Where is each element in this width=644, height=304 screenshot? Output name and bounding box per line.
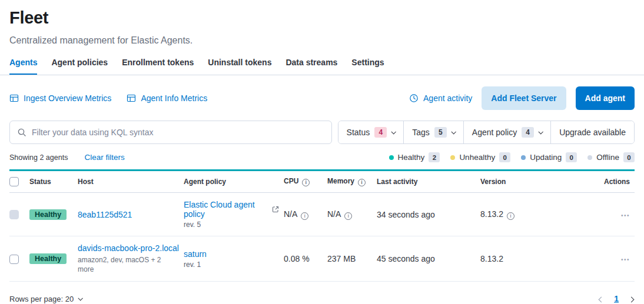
pagination: 1	[598, 293, 635, 304]
toolbar: Ingest Overview Metrics Agent Info Metri…	[0, 75, 644, 121]
chevron-down-icon	[78, 296, 83, 300]
info-icon[interactable]	[301, 212, 308, 220]
row-checkbox[interactable]	[9, 210, 19, 219]
healthy-dot-icon	[389, 155, 394, 160]
legend-updating[interactable]: Updating 0	[521, 152, 577, 162]
legend-healthy-count: 2	[429, 152, 440, 162]
host-tags: amazon2, dev, macOS + 2 more	[78, 255, 179, 274]
select-all-checkbox[interactable]	[9, 177, 19, 186]
controls-row: Status 4 Tags 5 Agent policy 4 Upgrade a…	[0, 121, 644, 144]
ingest-overview-metrics-link[interactable]: Ingest Overview Metrics	[9, 93, 111, 103]
tab-enrollment-tokens[interactable]: Enrollment tokens	[122, 52, 194, 75]
legend-updating-count: 0	[566, 152, 577, 162]
legend-offline-count: 0	[623, 152, 635, 162]
popout-icon	[272, 206, 279, 213]
chevron-down-icon	[451, 129, 456, 134]
summary-row: Showing 2 agents Clear filters Healthy 2…	[0, 144, 644, 169]
table-header-row: Status Host Agent policy CPU Memory Last…	[9, 171, 635, 193]
last-activity-value: 34 seconds ago	[377, 203, 480, 226]
table-row: Healthy davids-macbook-pro-2.local amazo…	[9, 236, 635, 282]
offline-dot-icon	[587, 155, 592, 160]
add-agent-button[interactable]: Add agent	[576, 86, 635, 110]
status-badge: Healthy	[29, 253, 67, 264]
col-version: Version	[480, 172, 569, 192]
ingest-overview-metrics-label: Ingest Overview Metrics	[24, 93, 111, 103]
tab-bar: Agents Agent policies Enrollment tokens …	[9, 52, 635, 75]
filter-tags-button[interactable]: Tags 5	[403, 121, 463, 143]
page-subtitle: Centralized management for Elastic Agent…	[9, 35, 635, 46]
showing-count: Showing 2 agents	[9, 153, 68, 162]
col-memory: Memory	[327, 171, 377, 192]
version-value: 8.13.2	[480, 247, 569, 270]
agent-activity-label: Agent activity	[423, 93, 472, 103]
row-actions-button[interactable]	[621, 256, 630, 263]
agent-activity-link[interactable]: Agent activity	[409, 93, 472, 103]
pagination-page-1[interactable]: 1	[614, 294, 619, 303]
agent-policy-link[interactable]: saturn	[184, 249, 207, 259]
agent-info-metrics-label: Agent Info Metrics	[141, 93, 207, 103]
legend-unhealthy-label: Unhealthy	[459, 153, 495, 162]
tab-agents[interactable]: Agents	[9, 52, 37, 75]
row-actions-button[interactable]	[621, 212, 630, 219]
policy-revision: rev. 5	[184, 221, 279, 229]
info-icon[interactable]	[302, 179, 310, 186]
agent-policy-link[interactable]: Elastic Cloud agent policy	[184, 200, 269, 219]
legend-unhealthy-count: 0	[499, 152, 510, 162]
col-actions: Actions	[569, 172, 635, 192]
cpu-value: 0.08 %	[284, 247, 327, 270]
pagination-prev-button[interactable]	[598, 293, 605, 304]
info-icon[interactable]	[358, 179, 366, 186]
host-link[interactable]: davids-macbook-pro-2.local	[78, 243, 179, 253]
rows-per-page-button[interactable]: Rows per page: 20	[9, 295, 82, 303]
filter-group: Status 4 Tags 5 Agent policy 4 Upgrade a…	[338, 121, 635, 144]
filter-status-label: Status	[347, 128, 370, 137]
tab-data-streams[interactable]: Data streams	[286, 52, 337, 75]
col-last-activity: Last activity	[377, 172, 480, 192]
filter-status-button[interactable]: Status 4	[338, 121, 404, 143]
info-icon[interactable]	[507, 212, 514, 220]
table-row: Healthy 8eab1125d521 Elastic Cloud agent…	[9, 193, 635, 236]
agent-info-metrics-link[interactable]: Agent Info Metrics	[127, 93, 207, 103]
updating-dot-icon	[521, 155, 526, 160]
search-box[interactable]	[9, 121, 332, 144]
add-fleet-server-button[interactable]: Add Fleet Server	[482, 86, 566, 110]
filter-agent-policy-count-badge: 4	[522, 127, 534, 138]
tab-agent-policies[interactable]: Agent policies	[51, 52, 108, 75]
col-cpu: CPU	[284, 171, 327, 192]
legend-unhealthy[interactable]: Unhealthy 0	[450, 152, 510, 162]
filter-agent-policy-label: Agent policy	[472, 128, 517, 137]
page-header: Fleet Centralized management for Elastic…	[0, 0, 644, 75]
kql-search-input[interactable]	[32, 128, 324, 137]
col-agent-policy: Agent policy	[184, 172, 284, 192]
filter-tags-count-badge: 5	[434, 127, 447, 138]
chevron-down-icon	[391, 129, 396, 134]
filter-upgrade-available-button[interactable]: Upgrade available	[550, 121, 634, 143]
version-value: 8.13.2	[480, 209, 503, 219]
clear-filters-link[interactable]: Clear filters	[84, 153, 124, 162]
host-link[interactable]: 8eab1125d521	[78, 210, 132, 219]
filter-upgrade-available-label: Upgrade available	[559, 128, 626, 137]
status-legend: Healthy 2 Unhealthy 0 Updating 0 Offline…	[389, 152, 635, 162]
clock-icon	[409, 93, 419, 103]
chevron-left-icon	[599, 297, 605, 303]
search-icon	[17, 128, 26, 137]
info-icon[interactable]	[344, 212, 352, 220]
row-checkbox[interactable]	[9, 255, 19, 264]
legend-updating-label: Updating	[530, 153, 562, 162]
legend-healthy[interactable]: Healthy 2	[389, 152, 440, 162]
tab-settings[interactable]: Settings	[351, 52, 384, 75]
status-badge: Healthy	[29, 209, 67, 220]
legend-offline-label: Offline	[596, 153, 619, 162]
memory-value: 237 MB	[327, 247, 377, 270]
memory-value: N/A	[327, 209, 341, 219]
filter-status-count-badge: 4	[374, 127, 387, 138]
pagination-next-button[interactable]	[628, 293, 635, 304]
col-status: Status	[29, 172, 78, 192]
last-activity-value: 45 seconds ago	[377, 247, 480, 270]
chevron-right-icon	[629, 297, 635, 303]
legend-offline[interactable]: Offline 0	[587, 152, 635, 162]
tab-uninstall-tokens[interactable]: Uninstall tokens	[208, 52, 271, 75]
unhealthy-dot-icon	[450, 155, 455, 160]
filter-agent-policy-button[interactable]: Agent policy 4	[463, 121, 550, 143]
rows-per-page-label: Rows per page: 20	[9, 295, 74, 303]
